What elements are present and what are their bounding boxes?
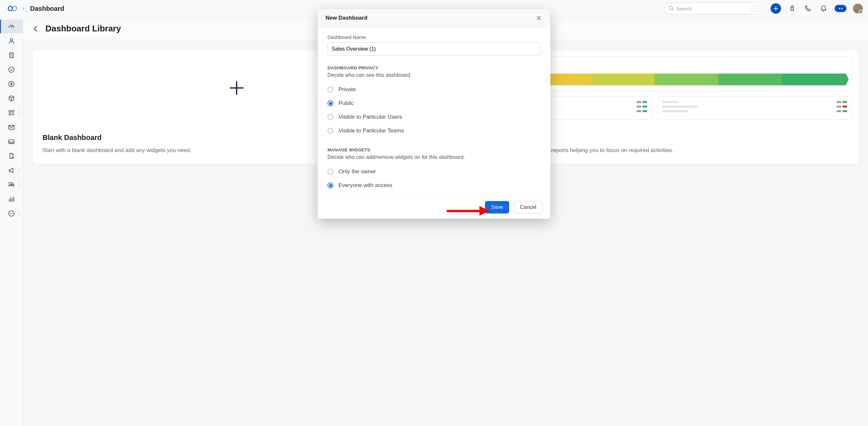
sidebar-expand-toggle[interactable] — [20, 5, 27, 12]
sidebar-item-email[interactable] — [0, 120, 23, 134]
widgets-subheading: Decide who can add/remove widgets on for… — [328, 154, 540, 160]
radio-label: Visible to Particular Teams — [339, 127, 404, 134]
subheader-title: Dashboard Library — [45, 24, 121, 34]
chevron-left-icon — [32, 26, 39, 32]
radio-label: Everyone with access — [339, 182, 392, 189]
dots-icon: ⋮ — [17, 182, 21, 187]
top-actions — [771, 3, 863, 14]
phone-icon — [804, 5, 811, 12]
annotation-arrow — [447, 207, 489, 215]
radio-label: Only the owner — [339, 169, 376, 175]
svg-point-0 — [8, 6, 12, 10]
svg-point-14 — [10, 213, 10, 214]
check-circle-icon — [8, 66, 15, 73]
dots-icon: ⋮ — [17, 168, 21, 173]
mail-icon — [8, 124, 15, 131]
radio-everyone[interactable]: Everyone with access — [328, 179, 540, 192]
radio-icon — [328, 182, 333, 188]
sidebar-item-chat[interactable]: ⋮ — [0, 178, 23, 191]
cancel-button[interactable]: Cancel — [514, 201, 542, 213]
search-input[interactable] — [665, 3, 762, 14]
radio-icon — [328, 169, 333, 175]
sidebar-item-apps[interactable]: ⋮ — [0, 106, 23, 120]
phone-button[interactable] — [803, 4, 812, 13]
box-icon — [8, 95, 15, 102]
svg-point-2 — [669, 6, 673, 9]
search-icon — [669, 5, 674, 11]
radio-particular-users[interactable]: Visible to Particular Users — [328, 110, 540, 124]
sidebar-item-contacts[interactable] — [0, 34, 23, 48]
sidebar-item-companies[interactable] — [0, 49, 23, 62]
radio-icon — [328, 128, 333, 134]
sidebar-item-reports[interactable] — [0, 192, 23, 206]
bell-icon — [820, 5, 827, 12]
chat-icon — [8, 181, 15, 188]
radio-label: Private — [339, 86, 356, 93]
sidebar-item-inbox[interactable] — [0, 135, 23, 148]
radio-icon — [328, 87, 333, 93]
document-icon — [8, 152, 15, 159]
copilot-badge[interactable] — [835, 5, 846, 12]
privacy-heading: DASHBOARD PRIVACY — [328, 65, 540, 70]
svg-point-15 — [11, 213, 12, 214]
sidebar: ⋮ ⋮ ⋮ ⋮ — [0, 17, 23, 426]
building-icon — [8, 52, 15, 59]
search-wrap: / — [665, 3, 762, 14]
close-button[interactable] — [535, 14, 542, 22]
privacy-subheading: Decide who can see this dashboard — [328, 72, 540, 78]
inbox-icon — [8, 138, 15, 145]
svg-point-4 — [10, 38, 12, 41]
person-icon — [8, 37, 15, 44]
radio-icon — [328, 114, 333, 120]
svg-point-1 — [12, 6, 17, 10]
svg-point-3 — [792, 7, 793, 8]
radio-particular-teams[interactable]: Visible to Particular Teams — [328, 124, 540, 138]
app-logo-icon — [8, 5, 20, 12]
radio-public[interactable]: Public — [328, 96, 540, 110]
search-shortcut-key: / — [752, 5, 758, 12]
modal-title: New Dashboard — [326, 15, 367, 21]
arrow-right-icon — [22, 7, 25, 10]
dots-icon: ⋮ — [17, 211, 21, 216]
widgets-heading: MANAGE WIDGETS — [328, 148, 540, 152]
sidebar-item-documents[interactable] — [0, 149, 23, 163]
sidebar-item-dashboard[interactable] — [0, 20, 23, 33]
svg-point-6 — [9, 67, 14, 72]
dollar-circle-icon — [8, 81, 15, 88]
dashboard-name-label: Dashboard Name — [328, 34, 540, 40]
dots-icon: ⋮ — [17, 111, 21, 115]
svg-rect-9 — [12, 111, 14, 113]
logo[interactable] — [5, 5, 22, 12]
apps-icon — [8, 109, 15, 116]
back-button[interactable] — [32, 26, 39, 32]
svg-rect-8 — [9, 111, 11, 113]
radio-private[interactable]: Private — [328, 83, 540, 96]
sidebar-item-deals[interactable] — [0, 77, 23, 91]
close-icon — [537, 16, 541, 20]
bar-chart-icon — [8, 195, 15, 203]
plus-icon — [228, 80, 245, 96]
megaphone-icon — [8, 167, 15, 174]
radio-label: Public — [339, 100, 353, 106]
plus-icon — [773, 6, 778, 11]
sidebar-item-tasks[interactable] — [0, 63, 23, 77]
more-circle-icon — [8, 210, 15, 217]
svg-rect-10 — [9, 114, 11, 115]
page-title: Dashboard — [30, 5, 64, 12]
sidebar-item-products[interactable] — [0, 92, 23, 105]
svg-rect-5 — [10, 53, 13, 58]
notifications-button[interactable] — [819, 4, 828, 13]
svg-point-16 — [12, 213, 13, 214]
rocket-icon — [788, 5, 796, 12]
sidebar-item-more[interactable]: ⋮ — [0, 207, 23, 220]
new-dashboard-modal: New Dashboard Dashboard Name DASHBOARD P… — [318, 9, 550, 219]
radio-label: Visible to Particular Users — [339, 114, 402, 120]
dashboard-name-input[interactable] — [328, 42, 540, 56]
radio-only-owner[interactable]: Only the owner — [328, 165, 540, 179]
gauge-icon — [8, 23, 15, 30]
create-button[interactable] — [771, 3, 781, 14]
avatar[interactable] — [853, 4, 863, 13]
radio-icon — [328, 100, 333, 106]
rocket-button[interactable] — [787, 4, 797, 13]
sidebar-item-campaigns[interactable]: ⋮ — [0, 163, 23, 177]
